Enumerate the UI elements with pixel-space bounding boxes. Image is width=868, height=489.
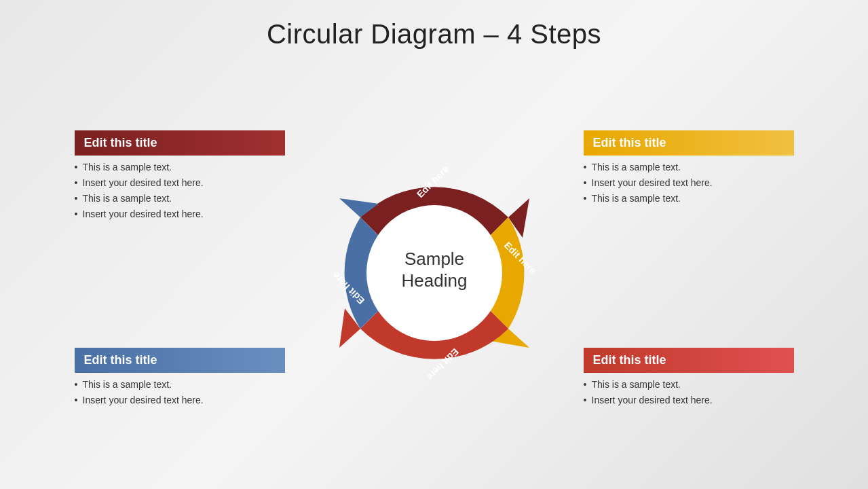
panel-top-right-title[interactable]: Edit this title [584,130,794,156]
list-item: Insert your desired text here. [586,175,794,191]
panel-top-right: Edit this title This is a sample text. I… [584,130,794,206]
panel-top-left: Edit this title This is a sample text. I… [75,130,285,222]
list-item: This is a sample text. [586,160,794,175]
panel-bottom-left-body: This is a sample text. Insert your desir… [75,377,285,408]
list-item: Insert your desired text here. [77,175,285,191]
svg-text:Sample: Sample [404,249,464,269]
list-item: This is a sample text. [77,160,285,175]
list-item: This is a sample text. [77,377,285,393]
list-item: Insert your desired text here. [586,393,794,408]
slide: Circular Diagram – 4 Steps Edit this tit… [0,0,868,489]
main-title[interactable]: Circular Diagram – 4 Steps [267,19,601,50]
panel-bottom-right: Edit this title This is a sample text. I… [584,348,794,408]
list-item: Insert your desired text here. [77,393,285,408]
left-panels: Edit this title This is a sample text. I… [75,130,285,416]
panel-top-left-title[interactable]: Edit this title [75,130,285,156]
panel-top-left-body: This is a sample text. Insert your desir… [75,160,285,222]
list-item: Insert your desired text here. [77,206,285,222]
list-item: This is a sample text. [77,191,285,206]
panel-bottom-left-title[interactable]: Edit this title [75,348,285,373]
list-item: This is a sample text. [586,377,794,393]
panel-bottom-left: Edit this title This is a sample text. I… [75,348,285,408]
circular-diagram: Sample Heading Edit here Edit here Edit … [305,137,563,409]
svg-text:Heading: Heading [401,270,467,291]
panel-top-right-body: This is a sample text. Insert your desir… [584,160,794,206]
panel-bottom-right-body: This is a sample text. Insert your desir… [584,377,794,408]
list-item: This is a sample text. [586,191,794,206]
content-area: Edit this title This is a sample text. I… [0,56,868,489]
right-panels: Edit this title This is a sample text. I… [584,130,794,416]
panel-bottom-right-title[interactable]: Edit this title [584,348,794,373]
